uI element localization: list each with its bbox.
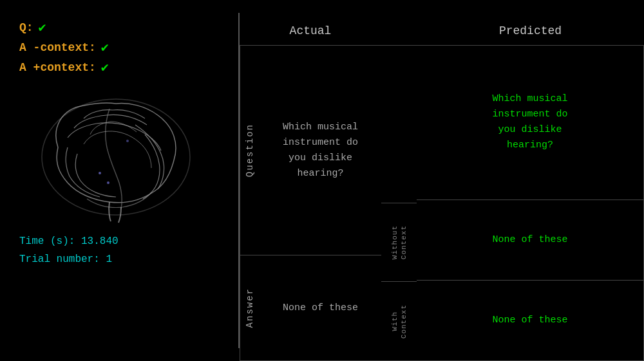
question-label-area: Question [240,46,260,255]
predicted-without-text: None of these [492,232,567,248]
trial-stat: Trial number: 1 [19,254,118,265]
left-panel: Q: ✔ A -context: ✔ A +context: ✔ [0,0,238,361]
question-row-label: Question [245,124,255,177]
brain-illustration [26,86,206,228]
legend-a-no-ctx-label: A -context: [19,41,96,54]
legend-a-ctx-label: A +context: [19,61,96,74]
predicted-with-row: None of these [417,280,643,361]
predicted-with-text: None of these [492,313,567,328]
legend-item-a-ctx: A +context: ✔ [19,59,109,75]
actual-answer-text: None of these [283,301,358,316]
legend-item-a-no-ctx: A -context: ✔ [19,39,109,55]
answer-label-area: Answer [240,255,260,360]
header-row: Actual Predicted [240,0,644,45]
brain-svg [32,89,200,225]
context-label-1: Context [400,225,408,259]
svg-point-2 [107,181,109,184]
predicted-question-text: Which musical instrument do you dislike … [492,91,567,153]
time-stat: Time (s): 13.840 [19,236,118,247]
actual-answer-content: None of these [260,255,381,360]
predicted-header: Predicted [499,24,562,37]
actual-question-row: Question Which musical instrument do you… [240,45,381,255]
content-rows: Question Which musical instrument do you… [240,45,644,361]
answer-row-label: Answer [245,288,255,328]
svg-point-3 [126,140,129,142]
svg-point-0 [42,99,190,215]
actual-header: Actual [290,24,332,37]
actual-question-content: Which musical instrument do you dislike … [260,46,381,255]
legend-item-q: Q: ✔ [19,19,109,35]
legend-q-check: ✔ [39,19,46,35]
legend-a-no-ctx-check: ✔ [101,39,109,55]
stats-section: Time (s): 13.840 Trial number: 1 [19,236,118,265]
predicted-without-row: None of these [417,199,643,280]
legend: Q: ✔ A -context: ✔ A +context: ✔ [19,19,109,75]
svg-point-1 [99,172,101,174]
actual-question-text: Which musical instrument do you dislike … [283,120,358,181]
main-container: Q: ✔ A -context: ✔ A +context: ✔ [0,0,644,361]
actual-answer-row: Answer None of these [240,255,381,361]
with-context-label: With [391,311,399,331]
without-context-label: Without [391,225,399,259]
legend-a-ctx-check: ✔ [101,59,109,75]
context-label-2: Context [400,304,408,338]
right-area: Actual Predicted Question [240,0,644,361]
predicted-question-row: Which musical instrument do you dislike … [417,45,643,199]
legend-q-label: Q: [19,21,33,34]
